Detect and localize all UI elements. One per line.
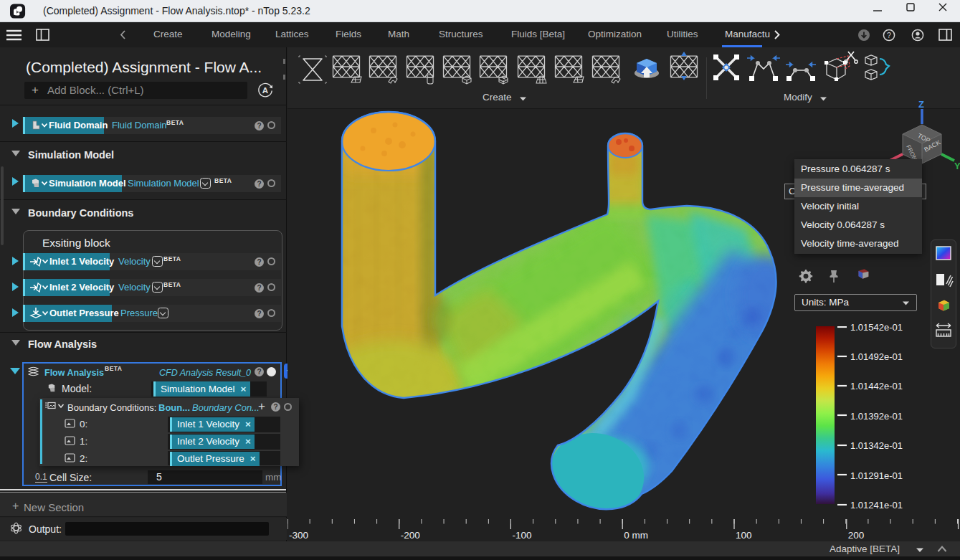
svg-text:Z: Z — [918, 99, 924, 110]
svg-text:-300: -300 — [289, 530, 308, 541]
svg-text:-200: -200 — [401, 530, 420, 541]
svg-text:?: ? — [887, 31, 891, 39]
svg-text:Y: Y — [954, 161, 960, 169]
svg-text:200: 200 — [848, 530, 865, 541]
svg-text:0 mm: 0 mm — [624, 530, 648, 541]
svg-text:-100: -100 — [512, 530, 531, 541]
svg-text:100: 100 — [736, 530, 752, 541]
svg-text:A: A — [262, 86, 268, 95]
